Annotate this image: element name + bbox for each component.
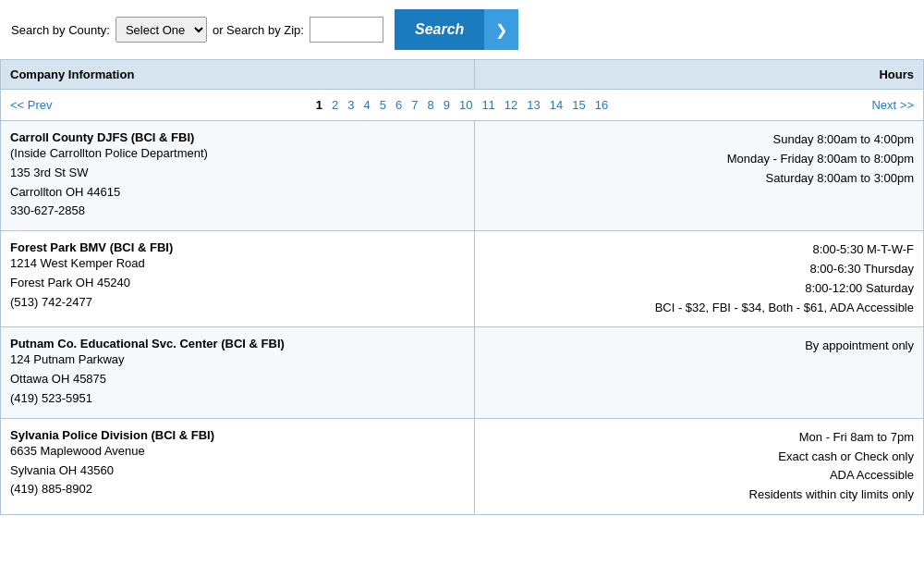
page-link-3[interactable]: 3 xyxy=(345,97,357,113)
page-link-14[interactable]: 14 xyxy=(547,97,565,113)
page-link-13[interactable]: 13 xyxy=(524,97,542,113)
search-button-group: Search ❯ xyxy=(395,9,518,50)
company-phone: 330-627-2858 xyxy=(10,202,465,221)
search-button[interactable]: Search xyxy=(395,9,484,50)
page-link-15[interactable]: 15 xyxy=(569,97,588,113)
page-link-11[interactable]: 11 xyxy=(479,97,497,113)
company-phone: (419) 523-5951 xyxy=(10,389,465,409)
table-header-row: Company Information Hours xyxy=(1,60,924,90)
prev-link[interactable]: << Prev xyxy=(10,98,53,112)
pagination-cell: << Prev 12345678910111213141516 Next >> xyxy=(1,90,924,121)
hours-line: 8:00-5:30 M-T-W-F xyxy=(484,240,914,260)
county-select[interactable]: Select One xyxy=(116,17,207,43)
hours-cell: By appointment only xyxy=(474,327,923,418)
page-link-7[interactable]: 7 xyxy=(408,97,420,113)
company-cell: Putnam Co. Educational Svc. Center (BCI … xyxy=(1,327,475,418)
search-bar: Search by County: Select One or Search b… xyxy=(0,0,924,59)
page-link-2[interactable]: 2 xyxy=(329,97,341,113)
company-address1: 124 Putnam Parkway xyxy=(10,350,465,370)
company-address2: Carrollton OH 44615 xyxy=(10,183,465,203)
company-cell: Forest Park BMV (BCI & FBI)1214 West Kem… xyxy=(1,231,475,327)
hours-cell: 8:00-5:30 M-T-W-F8:00-6:30 Thursday8:00-… xyxy=(474,231,923,327)
county-label: Search by County: xyxy=(11,23,110,37)
next-link[interactable]: Next >> xyxy=(871,98,914,112)
page-link-6[interactable]: 6 xyxy=(393,97,405,113)
hours-header: Hours xyxy=(474,60,923,90)
search-arrow-button[interactable]: ❯ xyxy=(484,9,518,50)
page-link-9[interactable]: 9 xyxy=(441,97,453,113)
company-details: 124 Putnam ParkwayOttawa OH 45875(419) 5… xyxy=(10,350,465,408)
hours-line: 8:00-12:00 Saturday xyxy=(484,279,914,299)
hours-line: ADA Accessible xyxy=(484,466,914,486)
pagination-row: << Prev 12345678910111213141516 Next >> xyxy=(1,90,924,121)
company-phone: (419) 885-8902 xyxy=(10,480,465,499)
company-details: 1214 West Kemper RoadForest Park OH 4524… xyxy=(10,254,465,312)
hours-cell: Mon - Fri 8am to 7pmExact cash or Check … xyxy=(474,418,923,514)
company-address2: Sylvania OH 43560 xyxy=(10,461,465,481)
company-name: Forest Park BMV (BCI & FBI) xyxy=(10,240,465,254)
company-details: 6635 Maplewood AvenueSylvania OH 43560(4… xyxy=(10,442,465,499)
page-link-8[interactable]: 8 xyxy=(424,97,436,113)
hours-line: Sunday 8:00am to 4:00pm xyxy=(484,130,914,150)
company-address1: 6635 Maplewood Avenue xyxy=(10,442,465,461)
company-name: Carroll County DJFS (BCI & FBI) xyxy=(10,130,465,144)
hours-line: By appointment only xyxy=(484,337,914,356)
company-address2: Ottawa OH 45875 xyxy=(10,370,465,389)
page-link-5[interactable]: 5 xyxy=(377,97,389,113)
table-row: Putnam Co. Educational Svc. Center (BCI … xyxy=(1,327,924,418)
hours-line: BCI - $32, FBI - $34, Both - $61, ADA Ac… xyxy=(484,299,914,318)
company-cell: Sylvania Police Division (BCI & FBI)6635… xyxy=(1,418,475,514)
company-subname: (Inside Carrollton Police Department) xyxy=(10,144,465,164)
company-header: Company Information xyxy=(1,60,475,90)
table-row: Sylvania Police Division (BCI & FBI)6635… xyxy=(1,418,924,514)
table-row: Forest Park BMV (BCI & FBI)1214 West Kem… xyxy=(1,231,924,327)
company-address2: Forest Park OH 45240 xyxy=(10,274,465,293)
page-link-10[interactable]: 10 xyxy=(456,97,475,113)
table-row: Carroll County DJFS (BCI & FBI)(Inside C… xyxy=(1,121,924,231)
hours-line: Saturday 8:00am to 3:00pm xyxy=(484,169,914,189)
company-name: Sylvania Police Division (BCI & FBI) xyxy=(10,428,465,442)
hours-line: Residents within city limits only xyxy=(484,486,914,505)
page-link-16[interactable]: 16 xyxy=(592,97,611,113)
page-link-12[interactable]: 12 xyxy=(502,97,520,113)
company-address1: 1214 West Kemper Road xyxy=(10,254,465,274)
company-details: (Inside Carrollton Police Department)135… xyxy=(10,144,465,221)
hours-line: Mon - Fri 8am to 7pm xyxy=(484,428,914,448)
hours-line: 8:00-6:30 Thursday xyxy=(484,260,914,279)
pagination-links: 12345678910111213141516 xyxy=(313,97,611,113)
results-table: Company Information Hours << Prev 123456… xyxy=(0,59,924,515)
pagination-inner: << Prev 12345678910111213141516 Next >> xyxy=(10,97,914,113)
hours-line: Exact cash or Check only xyxy=(484,448,914,467)
company-cell: Carroll County DJFS (BCI & FBI)(Inside C… xyxy=(1,121,475,231)
or-zip-label: or Search by Zip: xyxy=(213,23,304,37)
company-name: Putnam Co. Educational Svc. Center (BCI … xyxy=(10,337,465,350)
page-link-4[interactable]: 4 xyxy=(361,97,373,113)
zip-input[interactable] xyxy=(310,17,383,43)
company-address1: 135 3rd St SW xyxy=(10,164,465,183)
hours-cell: Sunday 8:00am to 4:00pmMonday - Friday 8… xyxy=(474,121,923,231)
hours-line: Monday - Friday 8:00am to 8:00pm xyxy=(484,150,914,169)
company-phone: (513) 742-2477 xyxy=(10,293,465,313)
page-link-1[interactable]: 1 xyxy=(313,97,325,113)
